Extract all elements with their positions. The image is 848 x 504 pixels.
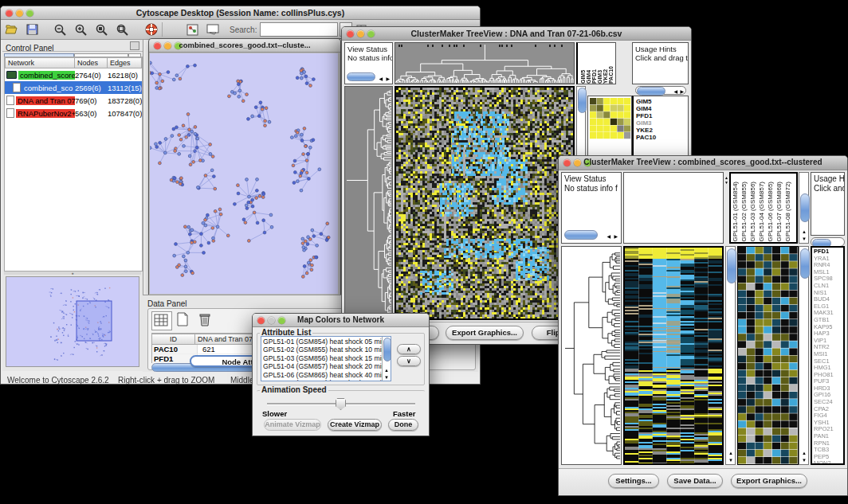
scroll-left-icon[interactable]: ◀: [607, 233, 610, 239]
network-canvas[interactable]: [150, 53, 338, 294]
network-row[interactable]: DNA and Tran 07769(0)183728(0): [5, 94, 142, 107]
attribute-list-item[interactable]: GPL51-03 (GSM856) heat shock 15 min: [263, 354, 389, 362]
combined-global-vscroll[interactable]: ▲▼: [725, 246, 736, 465]
gene-label[interactable]: MON2: [814, 460, 843, 465]
array-column-label[interactable]: PAC10: [607, 66, 613, 84]
gene-label[interactable]: GIM5: [636, 98, 688, 105]
slider-thumb[interactable]: [336, 398, 346, 410]
settings-button[interactable]: Settings...: [608, 474, 659, 488]
dna-column-labels[interactable]: GIM5GIM4PFD1GIM3YKE2PAC10: [576, 42, 616, 84]
attribute-list-vscroll[interactable]: ▲▼: [382, 337, 391, 381]
attribute-list-item[interactable]: GPL51-02 (GSM855) heat shock 10 min: [263, 346, 389, 354]
network-view-title: combined_scores_good.txt--cluste...: [173, 41, 316, 49]
array-column-label[interactable]: GIM5: [579, 66, 585, 84]
array-column-label[interactable]: GPL51-04 (GSM857): [758, 182, 767, 242]
col-nodes[interactable]: Nodes: [75, 57, 108, 68]
animation-speed-label: Animation Speed: [260, 385, 328, 394]
combined-zoom-vscroll[interactable]: ▲▼: [799, 246, 809, 465]
combined-zoom-heatmap[interactable]: [737, 246, 799, 465]
attribute-listbox[interactable]: GPL51-01 (GSM854) heat shock 05 minGPL51…: [261, 336, 391, 381]
treeview-combined-title: ClusterMaker TreeView : combined_scores_…: [583, 158, 823, 166]
zoom-out-icon[interactable]: [50, 21, 71, 38]
network-row[interactable]: RNAPuberNov2+563(0)107847(0): [5, 107, 142, 119]
open-folder-icon[interactable]: [1, 21, 22, 38]
dna-heatmap[interactable]: [395, 86, 575, 320]
save-data-button[interactable]: Save Data...: [667, 474, 723, 488]
float-panel-icon[interactable]: [130, 41, 139, 50]
attribute-list-item[interactable]: GPL51-07 (GSM868) heat shock 60 min: [263, 379, 389, 381]
attribute-list-item[interactable]: GPL51-04 (GSM857) heat shock 20 min: [263, 362, 389, 370]
gene-label[interactable]: PAC10: [636, 134, 688, 141]
col-network[interactable]: Network: [5, 57, 75, 68]
array-column-label[interactable]: GPL51-03 (GSM856): [749, 182, 758, 242]
array-column-label[interactable]: GPL51-07 (GSM868): [775, 182, 784, 242]
combined-row-dendrogram[interactable]: [561, 246, 622, 465]
dialog-title: Map Colors to Network: [277, 315, 405, 324]
file-icon: [13, 83, 21, 92]
file-icon: [6, 96, 14, 105]
dna-export-graphics-button[interactable]: Export Graphics...: [446, 326, 524, 340]
gene-label[interactable]: YKE2: [636, 127, 688, 134]
main-titlebar[interactable]: Cytoscape Desktop (Session Name: collins…: [1, 6, 480, 20]
array-column-label[interactable]: GPL51-08 (GSM872): [784, 182, 793, 242]
done-button[interactable]: Done: [388, 419, 418, 431]
network-row[interactable]: combined_scores2764(0)16218(0): [5, 68, 142, 81]
combined-usage-hints-panel: Usage HiClick and: [811, 172, 845, 236]
move-down-button[interactable]: ∨: [397, 356, 421, 366]
animate-vizmap-button[interactable]: Animate Vizmap: [264, 419, 321, 431]
gene-label[interactable]: GIM4: [636, 105, 688, 112]
splitter-handle[interactable]: ●: [4, 272, 141, 275]
scroll-up-icon: ▲▼: [724, 175, 728, 185]
scroll-right-icon[interactable]: ▶: [386, 76, 390, 81]
col-edges[interactable]: Edges: [108, 57, 142, 68]
export-graphics-button[interactable]: Export Graphics...: [731, 474, 807, 488]
create-vizmap-button[interactable]: Create Vizmap: [328, 419, 382, 431]
combined-column-dendrogram[interactable]: [623, 172, 724, 244]
close-icon[interactable]: [6, 10, 13, 17]
array-column-label[interactable]: YKE2: [602, 66, 607, 84]
annotation-icon[interactable]: [202, 21, 223, 38]
dna-column-dendrogram[interactable]: [395, 42, 575, 84]
combined-status-scrollbar[interactable]: [564, 230, 598, 240]
array-column-label[interactable]: GIM4: [585, 66, 591, 84]
dna-row-dendrogram[interactable]: [344, 86, 393, 320]
array-column-label[interactable]: GPL51-02 (GSM855): [740, 182, 749, 242]
array-column-label[interactable]: GPL51-01 (GSM854): [732, 182, 740, 242]
main-window-title: Cytoscape Desktop (Session Name: collins…: [25, 8, 456, 18]
table-icon[interactable]: [151, 311, 172, 330]
birdseye-view[interactable]: [6, 276, 139, 367]
dna-status-scrollbar[interactable]: [347, 72, 375, 81]
data-col-id[interactable]: ID: [152, 334, 195, 345]
modify-network-icon[interactable]: [182, 21, 202, 38]
dna-hscroll-track[interactable]: ◀▶: [635, 86, 686, 95]
combined-column-labels[interactable]: GPL51-01 (GSM854)GPL51-02 (GSM855)GPL51-…: [729, 172, 798, 244]
attribute-list-item[interactable]: GPL51-01 (GSM854) heat shock 05 min: [263, 338, 389, 346]
combined-global-heatmap[interactable]: [623, 246, 724, 465]
combined-labels-vscroll[interactable]: ▲▼: [799, 172, 809, 244]
array-column-label[interactable]: PFD1: [591, 66, 596, 84]
scroll-left-icon[interactable]: ◀: [379, 76, 383, 81]
zoom-fit-icon[interactable]: [112, 21, 133, 38]
treeview-dna-title: ClusterMaker TreeView : DNA and Tran 07-…: [366, 29, 667, 38]
gene-label[interactable]: PFD1: [636, 112, 688, 119]
array-column-label[interactable]: GPL51-06 (GSM865): [767, 182, 775, 242]
save-icon[interactable]: [22, 21, 42, 38]
search-input[interactable]: [260, 22, 338, 37]
attribute-list-item[interactable]: GPL51-06 (GSM865) heat shock 40 min: [263, 371, 389, 379]
combined-gene-labels[interactable]: PFD1YRA1RNR4MSL1SPC98CLN1NIS1BUD4ELG1MAK…: [811, 246, 845, 465]
zoom-in-icon[interactable]: [71, 21, 92, 38]
scroll-right-icon[interactable]: ▶: [614, 233, 618, 239]
network-row[interactable]: combined_sco2569(6)13112(15): [5, 81, 142, 94]
control-panel: Control Panel Network VizMapper™ ▶ Netwo…: [2, 40, 143, 371]
minimize-icon[interactable]: [16, 10, 23, 17]
array-column-label[interactable]: GIM3: [596, 66, 602, 84]
new-attribute-icon[interactable]: [174, 311, 193, 329]
gene-label[interactable]: GIM3: [636, 119, 688, 127]
move-up-button[interactable]: ∧: [397, 344, 421, 354]
animation-speed-slider[interactable]: [267, 398, 415, 409]
zoom-selected-icon[interactable]: [92, 21, 112, 38]
help-ring-icon[interactable]: [141, 21, 162, 38]
data-panel-title: Data Panel: [143, 299, 186, 308]
delete-attribute-icon[interactable]: [196, 311, 215, 329]
map-colors-dialog: Map Colors to Network Attribute List GPL…: [252, 313, 430, 436]
